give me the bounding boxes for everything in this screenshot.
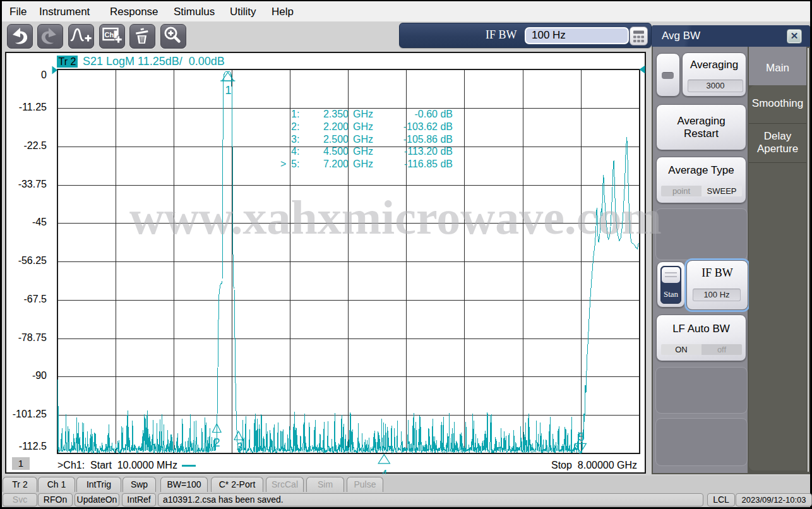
svg-text:Ch: Ch [105,31,114,39]
